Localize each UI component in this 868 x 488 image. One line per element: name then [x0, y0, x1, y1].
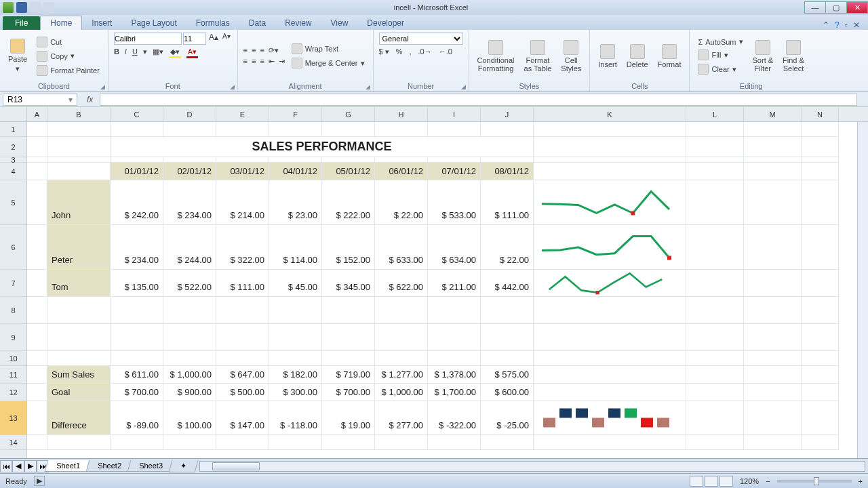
cell[interactable] — [428, 351, 481, 366]
cell[interactable] — [27, 324, 47, 351]
column-header[interactable]: M — [744, 107, 802, 121]
cell[interactable] — [481, 122, 534, 137]
redo-icon[interactable] — [43, 2, 54, 13]
cell-styles-button[interactable]: Cell Styles — [558, 40, 584, 73]
column-header[interactable]: K — [534, 107, 686, 121]
clear-button[interactable]: Clear ▾ — [695, 63, 745, 75]
row-header[interactable]: 9 — [0, 324, 26, 351]
person-name[interactable]: Tom — [47, 270, 111, 297]
cell[interactable] — [269, 435, 322, 450]
dialog-launcher-icon[interactable]: ◢ — [461, 83, 466, 90]
cell[interactable] — [744, 324, 802, 351]
tab-page-layout[interactable]: Page Layout — [121, 16, 186, 30]
zoom-in-icon[interactable]: + — [859, 477, 863, 485]
cell[interactable] — [269, 122, 322, 137]
macro-record-icon[interactable]: ▶ — [34, 476, 45, 486]
close-workbook-icon[interactable]: ✕ — [853, 20, 860, 30]
worksheet[interactable]: 1234567891011121314 ABCDEFGHIJKLMN SALES… — [0, 107, 868, 458]
cell[interactable] — [744, 297, 802, 324]
percent-format-icon[interactable]: % — [396, 47, 403, 56]
cell[interactable] — [534, 435, 686, 450]
format-painter-button[interactable]: Format Painter — [34, 64, 102, 77]
decrease-font-icon[interactable]: A▾ — [221, 33, 232, 45]
date-header[interactable]: 02/01/12 — [163, 163, 216, 180]
value-cell[interactable]: $ 22.00 — [481, 225, 534, 270]
value-cell[interactable]: $ 533.00 — [428, 180, 481, 225]
cell[interactable] — [111, 297, 163, 324]
page-break-view-icon[interactable] — [719, 476, 733, 487]
formula-bar[interactable] — [100, 94, 857, 106]
value-cell[interactable]: $ 611.00 — [111, 366, 163, 384]
cell[interactable] — [534, 297, 686, 324]
select-all-triangle[interactable] — [0, 107, 26, 122]
value-cell[interactable]: $ 244.00 — [163, 225, 216, 270]
align-center-icon[interactable]: ≡ — [252, 57, 256, 66]
value-cell[interactable]: $ 19.00 — [322, 401, 375, 435]
cell[interactable] — [686, 351, 744, 366]
cell[interactable] — [744, 157, 802, 163]
value-cell[interactable]: $ -25.00 — [481, 401, 534, 435]
cell[interactable] — [47, 351, 111, 366]
increase-font-icon[interactable]: A▴ — [208, 33, 220, 45]
tab-data[interactable]: Data — [239, 16, 275, 30]
row-header[interactable]: 3 — [0, 157, 26, 163]
row-header[interactable]: 11 — [0, 366, 26, 384]
cell[interactable] — [163, 324, 216, 351]
value-cell[interactable]: $ 900.00 — [163, 384, 216, 401]
sparkline-cell[interactable] — [534, 225, 686, 270]
cell[interactable] — [481, 324, 534, 351]
cell[interactable] — [47, 157, 111, 163]
row-header[interactable]: 14 — [0, 435, 26, 450]
column-header[interactable]: N — [802, 107, 839, 121]
cell[interactable] — [686, 435, 744, 450]
cell[interactable] — [428, 324, 481, 351]
cell[interactable] — [802, 351, 839, 366]
cell[interactable] — [322, 157, 375, 163]
value-cell[interactable]: $ -322.00 — [428, 401, 481, 435]
value-cell[interactable]: $ 22.00 — [375, 180, 428, 225]
cell[interactable] — [375, 435, 428, 450]
cell[interactable] — [534, 122, 686, 137]
restore-workbook-icon[interactable]: ▫ — [845, 20, 848, 30]
zoom-slider[interactable] — [777, 480, 852, 483]
value-cell[interactable]: $ 345.00 — [322, 270, 375, 297]
cell[interactable] — [802, 324, 839, 351]
column-header[interactable]: J — [481, 107, 534, 121]
cell[interactable] — [111, 157, 163, 163]
undo-icon[interactable] — [30, 2, 41, 13]
cell[interactable] — [534, 351, 686, 366]
cell[interactable] — [47, 297, 111, 324]
sheet-tab[interactable]: Sheet3 — [127, 460, 174, 472]
value-cell[interactable]: $ 300.00 — [269, 384, 322, 401]
value-cell[interactable]: $ 45.00 — [269, 270, 322, 297]
column-header[interactable]: E — [216, 107, 269, 121]
format-cells-button[interactable]: Format — [655, 44, 684, 68]
value-cell[interactable]: $ 114.00 — [269, 225, 322, 270]
sort-filter-button[interactable]: Sort & Filter — [750, 40, 776, 73]
value-cell[interactable]: $ 633.00 — [375, 225, 428, 270]
value-cell[interactable]: $ 1,000.00 — [163, 366, 216, 384]
cell[interactable] — [322, 297, 375, 324]
tab-scroll-first-icon[interactable]: ⏮ — [0, 460, 12, 472]
title-cell[interactable]: SALES PERFORMANCE — [111, 137, 534, 157]
column-header[interactable]: F — [269, 107, 322, 121]
tab-insert[interactable]: Insert — [82, 16, 121, 30]
comma-format-icon[interactable]: , — [409, 47, 411, 56]
value-cell[interactable]: $ -118.00 — [269, 401, 322, 435]
cell[interactable] — [534, 157, 686, 163]
value-cell[interactable]: $ 135.00 — [111, 270, 163, 297]
cell[interactable] — [802, 122, 839, 137]
cell[interactable] — [269, 351, 322, 366]
bold-button[interactable]: B — [114, 47, 119, 58]
tab-file[interactable]: File — [3, 16, 40, 30]
date-header[interactable]: 01/01/12 — [111, 163, 163, 180]
value-cell[interactable]: $ 1,378.00 — [428, 366, 481, 384]
tab-scroll-next-icon[interactable]: ▶ — [24, 460, 37, 472]
maximize-button[interactable]: ▢ — [825, 1, 847, 14]
font-size-input[interactable] — [183, 33, 206, 45]
sheet-tab[interactable]: Sheet1 — [45, 460, 92, 472]
column-header[interactable]: I — [428, 107, 481, 121]
value-cell[interactable]: $ 277.00 — [375, 401, 428, 435]
cell[interactable] — [27, 297, 47, 324]
fill-color-button[interactable]: ◆▾ — [169, 47, 181, 58]
